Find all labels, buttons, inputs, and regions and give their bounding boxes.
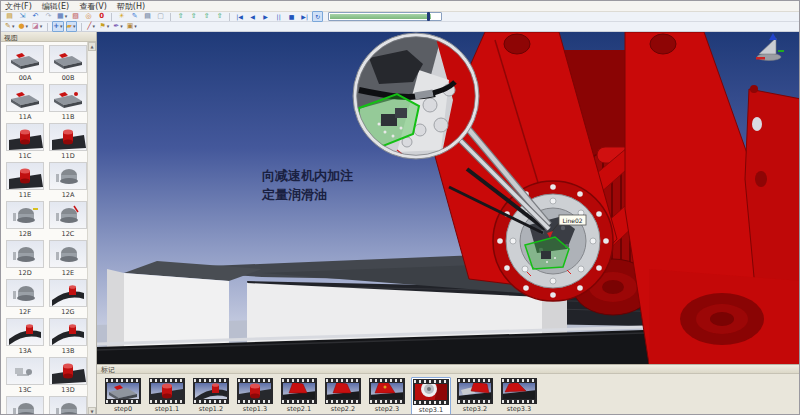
skip-start-button[interactable]: |◀ [234, 11, 245, 22]
view-item[interactable]: 13A [6, 318, 44, 355]
view-item[interactable]: 12D [6, 240, 44, 277]
view-item[interactable]: 13D [49, 357, 87, 394]
timeline-fill [330, 14, 431, 19]
toolbar-separator [170, 13, 171, 21]
step-item[interactable]: step0 [103, 377, 143, 414]
flag-icon: ⚑ [100, 22, 106, 31]
views-grid: 00A 00B 11A 11B 11C 11D 11E 12A 12B 12C … [1, 42, 89, 415]
scene-3d: Line02 [97, 32, 800, 364]
color-ball-icon: ● [18, 22, 24, 31]
scroll-up-icon[interactable]: ▲ [88, 42, 96, 51]
toolbar-separator [111, 13, 112, 21]
brush-tool-dropdown[interactable]: ▰▾ [66, 21, 77, 32]
app-window: 文件(F) 编辑(E) 查看(V) 帮助(H) ▤ ⇲ ↶ ↷ ▦▾ ▧ ◎ 0… [0, 0, 800, 415]
export-icon-2[interactable]: ⇧ [188, 11, 199, 22]
export-icon-4[interactable]: ⇧ [214, 11, 225, 22]
view-item-partial[interactable] [49, 396, 87, 415]
toolbar-separator [81, 23, 82, 31]
chevron-down-icon: ▾ [26, 22, 29, 31]
grid-icon[interactable]: ▤ [142, 11, 153, 22]
views-panel-title: 视图 [1, 32, 96, 42]
skip-end-button[interactable]: ▶| [299, 11, 310, 22]
flag-tool-dropdown[interactable]: ⚑▾ [99, 21, 111, 32]
chevron-down-icon: ▾ [92, 22, 95, 31]
toolbar-separator [47, 23, 48, 31]
measure-icon: ╱ [87, 22, 91, 31]
menu-help[interactable]: 帮助(H) [117, 1, 145, 12]
step-item[interactable]: step2.1 [279, 377, 319, 414]
view-item[interactable]: 11C [6, 123, 44, 160]
pen-tool-dropdown[interactable]: ✒▾ [112, 21, 123, 32]
svg-text:向减速机内加注: 向减速机内加注 [262, 168, 354, 183]
pause-button[interactable]: || [273, 11, 284, 22]
view-item[interactable]: 00B [49, 45, 87, 82]
step-item[interactable]: step3.2 [455, 377, 495, 414]
eraser-icon: ◪ [32, 22, 39, 31]
step-item[interactable]: step1.2 [191, 377, 231, 414]
toolbar-separator [229, 13, 230, 21]
steps-strip: step0 step1.1 step1.2 step1.3 step2.1 st… [97, 374, 800, 415]
view-item[interactable]: 12F [6, 279, 44, 316]
step-item[interactable]: step2.2 [323, 377, 363, 414]
view-item[interactable]: 12B [6, 201, 44, 238]
chevron-down-icon: ▾ [40, 22, 43, 31]
chevron-down-icon: ▾ [60, 22, 63, 31]
step-item[interactable]: step1.3 [235, 377, 275, 414]
step-item-selected[interactable]: step3.1 [411, 377, 451, 415]
pencil-icon: ✎ [5, 22, 11, 31]
export-icon-3[interactable]: ⇧ [201, 11, 212, 22]
view-mode-icon: ▦ [57, 12, 64, 21]
view-item[interactable]: 11E [6, 162, 44, 199]
step-item[interactable]: step1.1 [147, 377, 187, 414]
chevron-down-icon: ▾ [65, 12, 68, 21]
export-icon-1[interactable]: ⇧ [175, 11, 186, 22]
step-item[interactable]: step3.3 [499, 377, 539, 414]
timeline-handle[interactable] [427, 12, 430, 21]
views-panel: 视图 00A 00B 11A 11B 11C 11D 11E 12A 12B 1… [1, 32, 97, 415]
views-scrollbar[interactable]: ▲ ▼ [87, 42, 96, 415]
scroll-down-icon[interactable]: ▼ [88, 407, 96, 415]
view-item[interactable]: 13C [6, 357, 44, 394]
view-item[interactable]: 12G [49, 279, 87, 316]
menu-file[interactable]: 文件(F) [5, 1, 32, 12]
timeline-slider[interactable] [328, 12, 442, 21]
color-tool-dropdown[interactable]: ●▾ [17, 21, 29, 32]
view-item-partial[interactable] [6, 396, 44, 415]
chevron-down-icon: ▾ [12, 22, 15, 31]
menu-edit[interactable]: 编辑(E) [42, 1, 69, 12]
steps-panel-title: 标记 [97, 365, 800, 374]
view-item[interactable]: 13B [49, 318, 87, 355]
play-button[interactable]: ▶ [260, 11, 271, 22]
steps-panel: 标记 step0 step1.1 step1.2 step1.3 step2.1… [97, 364, 800, 415]
menu-view[interactable]: 查看(V) [79, 1, 107, 12]
chevron-down-icon: ▾ [107, 22, 110, 31]
stop-button[interactable]: ■ [286, 11, 297, 22]
view-item[interactable]: 11A [6, 84, 44, 121]
chevron-down-icon: ▾ [73, 22, 76, 31]
eraser-tool-dropdown[interactable]: ◪▾ [31, 21, 43, 32]
chevron-down-icon: ▾ [120, 22, 123, 31]
loop-button[interactable]: ↻ [312, 11, 323, 22]
step-item[interactable]: step2.3 [367, 377, 407, 414]
brush-icon: ▰ [67, 22, 72, 31]
svg-text:定量润滑油: 定量润滑油 [261, 187, 327, 202]
move-tool-dropdown[interactable]: +▾ [52, 21, 63, 32]
measure-tool-dropdown[interactable]: ╱▾ [86, 21, 97, 32]
frame-back-button[interactable]: ◀ [247, 11, 258, 22]
move-icon: + [53, 22, 59, 31]
view-item[interactable]: 12E [49, 240, 87, 277]
package-icon: ▣ [127, 22, 134, 31]
svg-text:Line02: Line02 [562, 217, 582, 224]
toolbar-secondary: ✎▾ ●▾ ◪▾ +▾ ▰▾ ╱▾ ⚑▾ ✒▾ ▣▾ [1, 22, 800, 32]
view-item[interactable]: 12A [49, 162, 87, 199]
viewport-3d[interactable]: Line02 [97, 32, 800, 364]
pen-icon: ✒ [113, 22, 119, 31]
view-item[interactable]: 00A [6, 45, 44, 82]
page-icon[interactable]: ▢ [155, 11, 166, 22]
view-item[interactable]: 11B [49, 84, 87, 121]
package-tool-dropdown[interactable]: ▣▾ [126, 21, 138, 32]
pencil-tool-dropdown[interactable]: ✎▾ [4, 21, 15, 32]
view-item[interactable]: 12C [49, 201, 87, 238]
view-item[interactable]: 11D [49, 123, 87, 160]
chevron-down-icon: ▾ [134, 22, 137, 31]
